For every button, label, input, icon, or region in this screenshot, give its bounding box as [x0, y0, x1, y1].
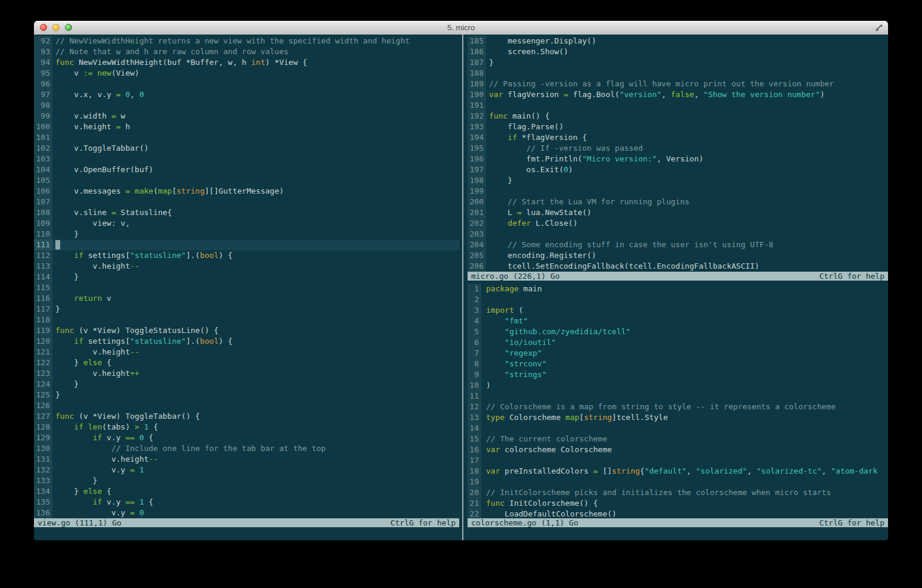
code-line[interactable]: 121 v.height-- — [34, 347, 459, 357]
code-line[interactable]: 136 v.y = 0 — [34, 508, 459, 518]
code-line[interactable]: 205 encoding.Register() — [468, 250, 888, 261]
code-area-colorscheme-go[interactable]: 1package main23import (4 "fmt"5 "github.… — [468, 281, 888, 518]
code-line[interactable]: 13type Colorscheme map[string]tcell.Styl… — [468, 412, 888, 423]
code-line[interactable]: 200 // Start the Lua VM for running plug… — [468, 197, 888, 207]
code-line[interactable]: 188 — [468, 68, 888, 79]
code-line[interactable]: 5 "github.com/zyedidia/tcell" — [468, 326, 888, 337]
code-line[interactable]: 125} — [34, 390, 459, 400]
code-line[interactable]: 105 — [34, 175, 459, 186]
code-line[interactable]: 99 v.width = w — [34, 111, 459, 122]
code-line[interactable]: 118 — [34, 315, 459, 325]
code-line[interactable]: 189// Passing -version as a flag will ha… — [468, 79, 888, 89]
code-line[interactable]: 96 — [34, 79, 459, 89]
code-line[interactable]: 92// NewViewWidthHeight returns a new vi… — [34, 36, 459, 46]
code-line[interactable]: 113 v.height-- — [34, 261, 459, 272]
code-line[interactable]: 11 — [468, 391, 888, 402]
code-line[interactable]: 3import ( — [468, 305, 888, 316]
code-area-micro-go[interactable]: 185 messenger.Display()186 screen.Show()… — [468, 35, 888, 272]
code-line[interactable]: 18var preInstalledColors = []string{"def… — [468, 466, 888, 477]
code-line[interactable]: 202 defer L.Close() — [468, 218, 888, 229]
code-line[interactable]: 194 if *flagVersion { — [468, 132, 888, 143]
code-line[interactable]: 93// Note that w and h are raw column an… — [34, 46, 459, 57]
code-line[interactable]: 134 } else { — [34, 486, 459, 497]
line-number: 14 — [468, 423, 481, 434]
code-line[interactable]: 201 L = lua.NewState() — [468, 207, 888, 218]
code-line[interactable]: 110 } — [34, 229, 459, 239]
code-line[interactable]: 119func (v *View) ToggleStatusLine() { — [34, 325, 459, 336]
code-line[interactable]: 106 v.messages = make(map[string][]Gutte… — [34, 186, 459, 197]
code-line[interactable]: 186 screen.Show() — [468, 46, 888, 57]
code-line[interactable]: 191 — [468, 100, 888, 111]
code-line[interactable]: 204 // Some encoding stuff in case the u… — [468, 239, 888, 250]
editor-pane-view-go[interactable]: 92// NewViewWidthHeight returns a new vi… — [34, 35, 459, 540]
code-line[interactable]: 102 v.ToggleTabbar() — [34, 143, 459, 154]
code-line[interactable]: 130 // Include one line for the tab bar … — [34, 443, 459, 454]
code-line[interactable]: 193 flag.Parse() — [468, 122, 888, 132]
code-line[interactable]: 128 if len(tabs) > 1 { — [34, 422, 459, 433]
code-line[interactable]: 15// The current colorscheme — [468, 434, 888, 444]
code-line[interactable]: 196 fmt.Println("Micro version:", Versio… — [468, 154, 888, 164]
code-line[interactable]: 103 — [34, 154, 459, 164]
code-line[interactable]: 14 — [468, 423, 888, 434]
code-line[interactable]: 6 "io/ioutil" — [468, 337, 888, 348]
code-line[interactable]: 122 } else { — [34, 357, 459, 368]
code-line[interactable]: 98 — [34, 100, 459, 111]
code-line[interactable]: 19 — [468, 477, 888, 487]
code-line[interactable]: 190var flagVersion = flag.Bool("version"… — [468, 89, 888, 100]
code-area-view-go[interactable]: 92// NewViewWidthHeight returns a new vi… — [34, 35, 459, 518]
code-line[interactable]: 198 } — [468, 175, 888, 186]
code-line[interactable]: 16var colorscheme Colorscheme — [468, 444, 888, 455]
code-line[interactable]: 17 — [468, 455, 888, 466]
editor-pane-colorscheme-go[interactable]: 1package main23import (4 "fmt"5 "github.… — [468, 281, 888, 540]
code-text: } — [486, 57, 888, 68]
code-line[interactable]: 101 — [34, 132, 459, 143]
code-line[interactable]: 197 os.Exit(0) — [468, 164, 888, 175]
code-line[interactable]: 100 v.height = h — [34, 122, 459, 132]
code-line[interactable]: 22 LoadDefaultColorscheme() — [468, 509, 888, 518]
code-line[interactable]: 20// InitColorscheme picks and initializ… — [468, 487, 888, 498]
code-line[interactable]: 133 } — [34, 475, 459, 486]
code-line[interactable]: 97 v.x, v.y = 0, 0 — [34, 89, 459, 100]
code-line[interactable]: 203 — [468, 229, 888, 239]
code-line[interactable]: 21func InitColorscheme() { — [468, 498, 888, 509]
code-line[interactable]: 104 v.OpenBuffer(buf) — [34, 164, 459, 175]
code-line[interactable]: 4 "fmt" — [468, 316, 888, 326]
code-line[interactable]: 10) — [468, 380, 888, 391]
code-line[interactable]: 129 if v.y == 0 { — [34, 433, 459, 443]
code-line[interactable]: 116 return v — [34, 293, 459, 304]
code-line[interactable]: 111 — [34, 239, 459, 250]
code-line[interactable]: 1package main — [468, 284, 888, 294]
code-line[interactable]: 9 "strings" — [468, 369, 888, 380]
code-line[interactable]: 7 "regexp" — [468, 348, 888, 359]
code-line[interactable]: 2 — [468, 294, 888, 305]
code-line[interactable]: 192func main() { — [468, 111, 888, 122]
code-line[interactable]: 126 — [34, 400, 459, 411]
code-line[interactable]: 132 v.y = 1 — [34, 465, 459, 475]
code-line[interactable]: 107 — [34, 197, 459, 207]
code-line[interactable]: 135 if v.y == 1 { — [34, 497, 459, 508]
code-line[interactable]: 12// Colorscheme is a map from string to… — [468, 402, 888, 412]
editor-pane-micro-go[interactable]: 185 messenger.Display()186 screen.Show()… — [468, 35, 888, 281]
resize-icon[interactable] — [874, 23, 884, 33]
code-line[interactable]: 94func NewViewWidthHeight(buf *Buffer, w… — [34, 57, 459, 68]
code-line[interactable]: 120 if settings["statusline"].(bool) { — [34, 336, 459, 347]
code-line[interactable]: 95 v := new(View) — [34, 68, 459, 79]
vertical-split-divider[interactable] — [459, 35, 468, 540]
code-line[interactable]: 206 tcell.SetEncodingFallback(tcell.Enco… — [468, 261, 888, 272]
code-line[interactable]: 124 } — [34, 379, 459, 390]
code-line[interactable]: 187} — [468, 57, 888, 68]
code-line[interactable]: 131 v.height-- — [34, 454, 459, 465]
code-line[interactable]: 127func (v *View) ToggleTabbar() { — [34, 411, 459, 422]
code-line[interactable]: 117} — [34, 304, 459, 315]
code-line[interactable]: 185 messenger.Display() — [468, 36, 888, 46]
code-line[interactable]: 108 v.sline = Statusline{ — [34, 207, 459, 218]
code-line[interactable]: 199 — [468, 186, 888, 197]
code-line[interactable]: 8 "strconv" — [468, 359, 888, 369]
code-line[interactable]: 115 — [34, 282, 459, 293]
code-line[interactable]: 109 view: v, — [34, 218, 459, 229]
code-line[interactable]: 112 if settings["statusline"].(bool) { — [34, 250, 459, 261]
code-line[interactable]: 123 v.height++ — [34, 368, 459, 379]
code-line[interactable]: 114 } — [34, 272, 459, 282]
window-titlebar[interactable]: 5. micro — [34, 21, 888, 35]
code-line[interactable]: 195 // If -version was passed — [468, 143, 888, 154]
